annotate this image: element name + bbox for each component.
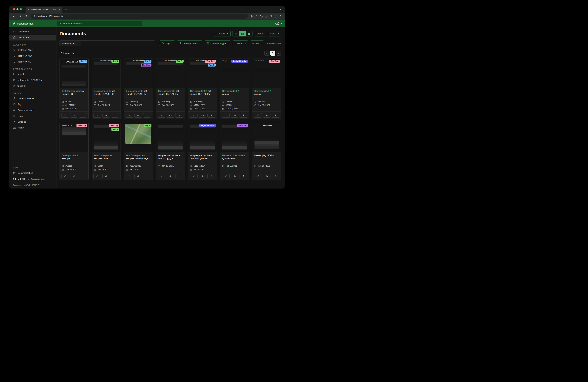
preview-document-button[interactable] <box>167 113 174 118</box>
document-card[interactable]: NewOne Newest Correspondent: f_combineds… <box>220 123 249 180</box>
document-thumbnail[interactable] <box>156 123 185 152</box>
document-card[interactable]: sample-pdf-download-10-mb copy_red Jan 2… <box>156 123 185 180</box>
sidebar-item-open-doc-sample[interactable]: sample <box>9 71 56 77</box>
address-bar[interactable]: localhost:4200/documents <box>31 14 248 19</box>
site-info-icon[interactable] <box>33 15 35 17</box>
edit-document-button[interactable] <box>190 174 197 178</box>
document-correspondent-link[interactable]: Test Correspondent <box>62 90 81 92</box>
app-brand[interactable]: Paperless-ngx <box>12 22 57 25</box>
edit-document-button[interactable] <box>254 113 262 118</box>
download-document-button[interactable] <box>208 113 215 118</box>
document-correspondent-link[interactable]: Correspondent 2 <box>190 90 207 92</box>
correspondent-filter-button[interactable]: Correspondent <box>177 40 203 46</box>
document-card[interactable]: TagWithPartial sample-pdf-download-10-mb… <box>188 123 217 180</box>
sidebar-item-logs[interactable]: Logs <box>9 113 56 119</box>
sidebar-item-settings[interactable]: Settings <box>9 119 56 125</box>
document-thumbnail[interactable]: Adobe Acrobat PDF Files Test TagTag 2 <box>188 59 217 88</box>
sidebar-item-document-types[interactable]: Document types <box>9 107 56 113</box>
tab-close-icon[interactable] <box>59 9 61 11</box>
pagination-prev-button[interactable]: « <box>264 51 270 56</box>
document-card[interactable]: A Simple TagWithPartial Correspondent 2:… <box>220 58 249 119</box>
sidebar-item-close-all[interactable]: Close all <box>9 83 56 89</box>
edit-document-button[interactable] <box>93 113 101 118</box>
status-circle-icon[interactable] <box>260 15 263 18</box>
document-thumbnail[interactable]: Tag 3 <box>124 123 153 152</box>
document-card[interactable]: Lorem ipsum file-sample_150kBs Feb 15, 2… <box>252 123 281 180</box>
document-thumbnail[interactable]: Adobe Acrobat PDF Files Tag 2NewOne <box>124 59 153 88</box>
sidebar-item-saved-view-any[interactable]: Test View ANY <box>9 53 56 59</box>
edit-document-button[interactable] <box>158 174 166 178</box>
sidebar-item-saved-view-and[interactable]: Test View AND <box>9 47 56 53</box>
sidebar-item-saved-view-not[interactable]: Test View NOT <box>9 59 56 65</box>
document-card[interactable]: A Simple PDF File Test Tag Correspondent… <box>252 58 281 119</box>
edit-document-button[interactable] <box>126 174 133 178</box>
preview-document-button[interactable] <box>70 113 78 118</box>
tag-badge[interactable]: Tag 2 <box>79 60 87 63</box>
document-thumbnail[interactable]: A Simple PDF File Test Tag <box>252 59 281 88</box>
document-thumbnail[interactable]: TagWithPartial <box>188 123 217 152</box>
preview-document-button[interactable] <box>263 174 271 178</box>
edit-document-button[interactable] <box>158 113 166 118</box>
title-content-filter-input[interactable] <box>81 40 155 46</box>
preview-document-button[interactable] <box>263 113 271 118</box>
preview-document-button[interactable] <box>102 174 110 178</box>
download-document-button[interactable] <box>175 174 183 178</box>
download-document-button[interactable] <box>111 113 119 118</box>
document-card[interactable]: Test TagTag 3 Test Correspondent: sample… <box>92 123 121 180</box>
side-panel-icon[interactable] <box>270 15 273 18</box>
preview-document-button[interactable] <box>199 174 207 178</box>
forward-button[interactable] <box>17 13 22 19</box>
sort-dropdown-button[interactable]: Sort <box>254 31 266 37</box>
document-type-filter-button[interactable]: Document type <box>205 40 231 46</box>
added-filter-button[interactable]: Added <box>250 40 264 46</box>
tags-filter-button[interactable]: Tags <box>159 40 175 46</box>
tag-badge[interactable]: Test Tag <box>77 124 87 127</box>
extensions-puzzle-icon[interactable] <box>265 15 268 18</box>
sidebar-item-tags[interactable]: Tags <box>9 101 56 107</box>
back-button[interactable] <box>11 13 17 19</box>
download-document-button[interactable] <box>240 113 247 118</box>
document-card[interactable]: Adobe Acrobat PDF Files Tag 2NewOne Corr… <box>124 58 153 119</box>
preview-document-button[interactable] <box>70 174 78 178</box>
document-card[interactable]: Adobe Acrobat PDF Files Tag 3 Correspond… <box>92 58 121 119</box>
preview-document-button[interactable] <box>134 174 142 178</box>
github-label[interactable]: GitHub <box>18 178 25 180</box>
share-icon[interactable] <box>250 15 253 18</box>
new-tab-button[interactable] <box>64 7 68 11</box>
tab-list-chevron-icon[interactable] <box>279 8 282 10</box>
tag-badge[interactable]: Tag 2 <box>208 63 216 66</box>
document-correspondent-link[interactable]: Test Correspondent <box>94 154 113 157</box>
tag-badge[interactable]: Tag 3 <box>144 124 151 127</box>
download-document-button[interactable] <box>175 113 183 118</box>
preview-document-button[interactable] <box>199 113 207 118</box>
document-correspondent-link[interactable]: Correspondent 2 <box>94 90 110 92</box>
document-correspondent-link[interactable]: Correspondent 2 <box>222 90 239 92</box>
pagination-next-button[interactable]: » <box>276 51 281 56</box>
edit-document-button[interactable] <box>93 174 101 178</box>
document-correspondent-link[interactable]: Correspondent 2 <box>254 90 271 92</box>
global-search[interactable] <box>57 21 142 26</box>
created-filter-button[interactable]: Created <box>233 40 248 46</box>
download-document-button[interactable] <box>272 174 279 178</box>
preview-document-button[interactable] <box>134 113 142 118</box>
close-window-button[interactable] <box>13 8 15 10</box>
document-correspondent-link[interactable]: Correspondent 2 <box>62 154 78 157</box>
pagination-current-page[interactable]: 1 <box>270 51 275 56</box>
download-document-button[interactable] <box>208 174 215 178</box>
document-card[interactable]: Adobe Acrobat PDF Files Tag 3 Correspond… <box>156 58 185 119</box>
tag-badge[interactable]: Tag 2 <box>144 60 151 63</box>
edit-document-button[interactable] <box>190 113 197 118</box>
tag-badge[interactable]: Test Tag <box>205 60 216 63</box>
minimize-window-button[interactable] <box>17 8 19 10</box>
sidebar-item-dashboard[interactable]: Dashboard <box>9 29 56 35</box>
sidebar-item-correspondents[interactable]: Correspondents <box>9 95 56 101</box>
views-dropdown-button[interactable]: Views <box>268 31 281 37</box>
reset-filters-button[interactable]: Reset filters <box>266 42 281 45</box>
document-thumbnail[interactable]: NewOne <box>220 123 249 152</box>
tag-badge[interactable]: NewOne <box>141 63 151 66</box>
document-thumbnail[interactable]: A Simple PDF File Test Tag <box>60 123 88 152</box>
download-document-button[interactable] <box>272 113 279 118</box>
download-document-button[interactable] <box>79 174 87 178</box>
preview-document-button[interactable] <box>167 174 174 178</box>
title-content-dropdown-button[interactable]: Title & content <box>60 40 81 46</box>
